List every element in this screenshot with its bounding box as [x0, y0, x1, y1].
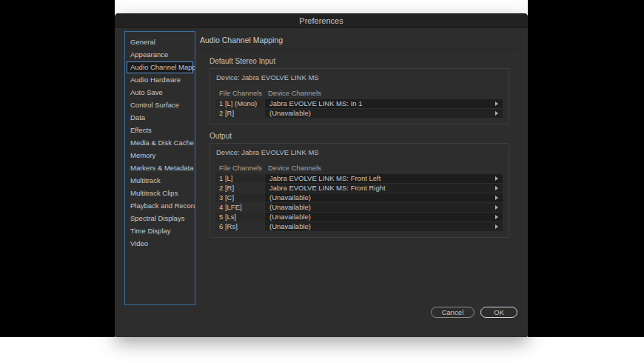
device-channel-dropdown[interactable]: (Unavailable) [265, 193, 503, 202]
file-channel-label: 6 [Rs] [216, 222, 264, 231]
sidebar-item-time-display[interactable]: Time Display [127, 225, 193, 237]
device-channel-dropdown[interactable]: (Unavailable) [265, 222, 503, 231]
channel-mapping-row: 2 [R] Jabra EVOLVE LINK MS: Front Right [216, 184, 503, 193]
channel-mapping-row: 1 [L] (Mono) Jabra EVOLVE LINK MS: In 1 [216, 99, 503, 108]
channel-mapping-row: 3 [C] (Unavailable) [216, 193, 503, 202]
dropdown-arrow-icon [495, 215, 498, 219]
sidebar-item-playback-and-recording[interactable]: Playback and Recording [127, 200, 193, 212]
device-channel-value: (Unavailable) [269, 203, 311, 212]
audio-channel-mapping-panel: Audio Channel Mapping Default Stereo Inp… [200, 36, 518, 303]
screenshot-page: Preferences General Appearance Audio Cha… [0, 0, 644, 363]
dialog-footer: Cancel OK [431, 307, 517, 318]
device-channel-dropdown[interactable]: (Unavailable) [265, 109, 503, 118]
sidebar-item-memory[interactable]: Memory [127, 150, 193, 161]
sidebar-item-auto-save[interactable]: Auto Save [127, 87, 193, 99]
dropdown-arrow-icon [495, 196, 498, 200]
column-headers: File Channels Device Channels [216, 89, 503, 97]
sidebar-item-multitrack-clips[interactable]: Multitrack Clips [127, 187, 193, 199]
device-channel-value: (Unavailable) [269, 213, 311, 222]
file-channel-label: 2 [R] [216, 109, 264, 118]
sidebar-item-data[interactable]: Data [127, 112, 193, 124]
file-channel-label: 4 [LFE] [216, 203, 264, 212]
device-channel-value: Jabra EVOLVE LINK MS: Front Left [269, 174, 380, 183]
desktop-background-right [528, 0, 644, 337]
device-channel-value: (Unavailable) [269, 109, 311, 118]
sidebar-item-control-surface[interactable]: Control Surface [127, 99, 193, 111]
title-divider [200, 49, 518, 50]
channel-mapping-row: 1 [L] Jabra EVOLVE LINK MS: Front Left [216, 174, 503, 183]
sidebar-item-media-disk-cache[interactable]: Media & Disk Cache [127, 137, 193, 149]
page-title: Audio Channel Mapping [200, 36, 518, 44]
file-channels-header: File Channels [219, 164, 265, 172]
sidebar-item-audio-hardware[interactable]: Audio Hardware [127, 74, 193, 86]
file-channel-label: 3 [C] [216, 193, 264, 202]
sidebar-item-appearance[interactable]: Appearance [127, 49, 193, 61]
column-headers: File Channels Device Channels [216, 164, 503, 172]
dropdown-arrow-icon [495, 205, 498, 210]
device-channel-value: (Unavailable) [269, 222, 311, 231]
device-channel-value: Jabra EVOLVE LINK MS: In 1 [269, 99, 363, 108]
device-channel-dropdown[interactable]: (Unavailable) [265, 213, 503, 222]
sidebar-item-effects[interactable]: Effects [127, 124, 193, 136]
file-channel-label: 1 [L] [216, 174, 264, 183]
section-default-stereo-input: Default Stereo Input Device: Jabra EVOLV… [209, 57, 518, 124]
channel-mapping-row: 2 [R] (Unavailable) [216, 109, 503, 118]
dropdown-arrow-icon [495, 111, 498, 116]
sidebar-item-general[interactable]: General [127, 36, 193, 48]
section-output: Output Device: Jabra EVOLVE LINK MS File… [209, 132, 518, 238]
ok-button[interactable]: OK [480, 307, 517, 318]
channel-mapping-row: 5 [Ls] (Unavailable) [216, 213, 503, 222]
file-channel-label: 1 [L] (Mono) [216, 99, 264, 108]
dropdown-arrow-icon [495, 224, 498, 229]
sidebar-item-spectral-displays[interactable]: Spectral Displays [127, 213, 193, 224]
cancel-button[interactable]: Cancel [431, 307, 475, 318]
window-title: Preferences [299, 16, 343, 25]
device-channel-value: (Unavailable) [269, 193, 311, 202]
device-channel-dropdown[interactable]: Jabra EVOLVE LINK MS: Front Right [265, 184, 503, 193]
preferences-window: Preferences General Appearance Audio Cha… [115, 13, 528, 337]
device-channel-dropdown[interactable]: (Unavailable) [265, 203, 503, 212]
device-label: Device: Jabra EVOLVE LINK MS [216, 73, 503, 81]
channel-mapping-row: 6 [Rs] (Unavailable) [216, 222, 503, 231]
sidebar-item-multitrack[interactable]: Multitrack [127, 175, 193, 187]
output-groupbox: Device: Jabra EVOLVE LINK MS File Channe… [209, 143, 509, 238]
device-channels-header: Device Channels [266, 89, 503, 97]
sidebar-item-audio-channel-mapping[interactable]: Audio Channel Mapping [127, 61, 193, 73]
device-channel-dropdown[interactable]: Jabra EVOLVE LINK MS: In 1 [265, 99, 503, 108]
device-channel-dropdown[interactable]: Jabra EVOLVE LINK MS: Front Left [265, 174, 503, 183]
dropdown-arrow-icon [495, 186, 498, 190]
device-label: Device: Jabra EVOLVE LINK MS [216, 148, 503, 156]
sidebar-item-markers-metadata[interactable]: Markers & Metadata [127, 162, 193, 174]
window-titlebar[interactable]: Preferences [115, 13, 528, 28]
dropdown-arrow-icon [495, 101, 498, 106]
default-stereo-input-groupbox: Device: Jabra EVOLVE LINK MS File Channe… [209, 68, 509, 124]
desktop-background-left [0, 0, 115, 337]
file-channel-label: 5 [Ls] [216, 213, 264, 222]
file-channels-header: File Channels [219, 89, 265, 97]
device-channel-value: Jabra EVOLVE LINK MS: Front Right [269, 184, 386, 193]
section-title: Default Stereo Input [209, 57, 518, 65]
dropdown-arrow-icon [495, 176, 498, 181]
channel-mapping-row: 4 [LFE] (Unavailable) [216, 203, 503, 212]
sidebar-item-video[interactable]: Video [127, 238, 193, 250]
file-channel-label: 2 [R] [216, 184, 264, 193]
preferences-category-list: General Appearance Audio Channel Mapping… [124, 31, 195, 305]
device-channels-header: Device Channels [266, 164, 503, 172]
section-title: Output [209, 132, 518, 140]
